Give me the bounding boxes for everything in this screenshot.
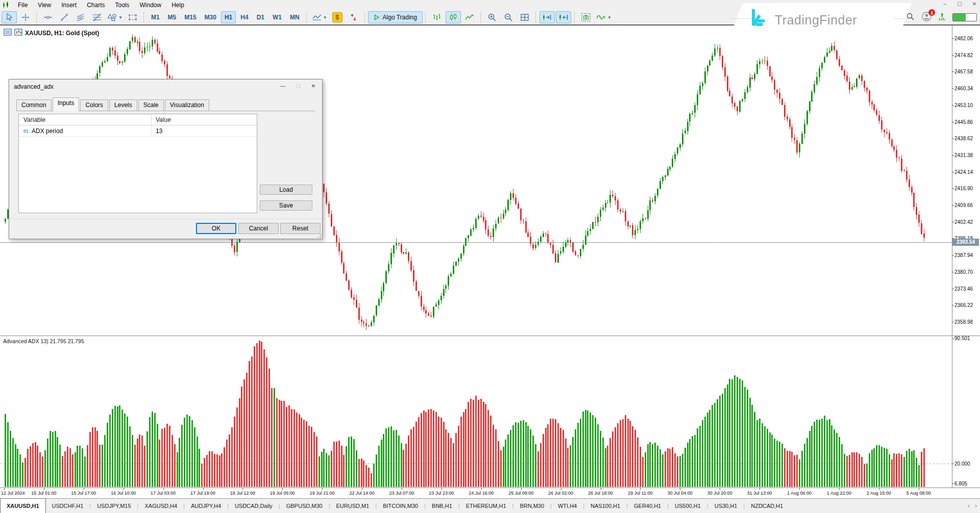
buy-sell-arrows-icon[interactable]	[346, 11, 361, 23]
window-minimize-button[interactable]: –	[941, 1, 948, 8]
chart-objects-icon[interactable]: ▼	[310, 11, 329, 23]
profile-icon[interactable]: 1	[922, 12, 932, 23]
shapes-icon[interactable]: ▼	[106, 11, 124, 23]
price-axis-label: 2445.86	[954, 119, 973, 124]
timeframe-w1[interactable]: W1	[269, 11, 285, 23]
symbol-tab-eurusd-m1[interactable]: EURUSD,M1	[330, 499, 375, 513]
time-axis-tick	[362, 488, 362, 490]
dialog-tab-visualization[interactable]: Visualization	[165, 99, 209, 111]
symbol-tab-xauusd-h1[interactable]: XAUUSD,H1	[0, 498, 46, 513]
resize-grip[interactable]	[316, 233, 321, 238]
timeframe-m1[interactable]: M1	[148, 11, 163, 23]
price-axis-tick	[952, 71, 954, 72]
cursor-icon[interactable]	[2, 11, 17, 23]
rect-select-icon[interactable]	[125, 11, 140, 23]
screenshot-icon[interactable]	[578, 11, 594, 23]
price-axis-border	[952, 25, 952, 488]
window-close-button[interactable]: ✕	[971, 1, 978, 8]
timeframe-h4[interactable]: H4	[237, 11, 252, 23]
dialog-tab-common[interactable]: Common	[16, 99, 52, 111]
timeframe-h1[interactable]: H1	[221, 11, 236, 23]
crosshair-icon[interactable]	[18, 11, 33, 23]
symbol-tab-bitcoin-m30[interactable]: BITCOIN,M30	[377, 499, 424, 513]
timeframe-m5[interactable]: M5	[164, 11, 180, 23]
search-icon[interactable]	[906, 12, 915, 22]
price-axis-tick	[952, 38, 954, 39]
adx-indicator-canvas[interactable]	[0, 336, 952, 488]
indicator-wave-icon[interactable]: ▼	[595, 11, 613, 23]
line-chart-icon[interactable]	[462, 11, 477, 23]
symbol-tab-ger40-h1[interactable]: GER40,H1	[628, 499, 667, 513]
menu-item-tools[interactable]: Tools	[110, 1, 135, 10]
ok-button[interactable]: OK	[196, 223, 236, 234]
dialog-tab-scale[interactable]: Scale	[138, 99, 164, 111]
symbol-tab-usdchf-h1[interactable]: USDCHF,H1	[46, 499, 90, 513]
table-row[interactable]: 01 ADX period 13	[19, 125, 257, 137]
dialog-maximize-button[interactable]: ▢	[290, 81, 306, 91]
timeframe-d1[interactable]: D1	[253, 11, 268, 23]
symbol-tab-bnb-h1[interactable]: BNB,H1	[426, 499, 458, 513]
symbol-tab-gbpusd-m30[interactable]: GBPUSD,M30	[280, 499, 329, 513]
bars-chart-icon[interactable]	[429, 11, 445, 23]
cancel-button[interactable]: Cancel	[238, 223, 279, 234]
symbol-tab-nas100-h1[interactable]: NAS100,H1	[584, 499, 626, 513]
symbol-tab-audjpy-h4[interactable]: AUDJPY,H4	[185, 499, 227, 513]
symbol-tab-xagusd-h4[interactable]: XAGUSD,H4	[138, 499, 183, 513]
time-axis-tick	[760, 488, 760, 490]
symbol-tab-usdjpy-m15[interactable]: USDJPY,M15	[91, 499, 137, 513]
chart-window-icon[interactable]	[14, 29, 22, 37]
time-axis-label: 1 Aug 22:00	[827, 491, 851, 496]
play-icon	[374, 14, 380, 20]
dialog-tab-levels[interactable]: Levels	[109, 99, 137, 111]
menu-item-charts[interactable]: Charts	[82, 1, 110, 10]
dollar-icon[interactable]: $	[330, 11, 345, 23]
scroll-to-end-icon[interactable]	[540, 11, 555, 23]
algo-trading-button[interactable]: Algo Trading	[368, 11, 423, 23]
dialog-close-button[interactable]: ✕	[306, 81, 321, 91]
tabs-scroll-left-icon[interactable]: ‹	[968, 502, 970, 509]
dialog-tab-colors[interactable]: Colors	[80, 99, 108, 111]
tabs-scroll-right-icon[interactable]: ›	[975, 502, 977, 509]
chart-shift-icon[interactable]	[556, 11, 571, 23]
symbol-tab-ethereum-h1[interactable]: ETHEREUM,H1	[460, 499, 512, 513]
time-axis-tick	[680, 488, 680, 490]
channel-icon[interactable]	[73, 11, 88, 23]
menu-item-view[interactable]: View	[33, 1, 56, 10]
price-axis-tick	[952, 205, 954, 206]
menu-item-file[interactable]: File	[13, 1, 33, 10]
indicator-axis-label: 20.000	[954, 460, 970, 466]
menu-item-help[interactable]: Help	[166, 1, 189, 10]
level-widget[interactable]: ⬆ LVL	[939, 13, 945, 21]
candles-chart-icon[interactable]	[446, 11, 461, 23]
variable-value[interactable]: 13	[152, 127, 162, 135]
symbol-tab-us500-h1[interactable]: US500,H1	[669, 499, 707, 513]
save-button[interactable]: Save	[260, 200, 312, 211]
timeframe-m30[interactable]: M30	[201, 11, 220, 23]
time-axis-label: 24 Jul 16:00	[469, 491, 494, 496]
time-axis-label: 31 Jul 13:00	[747, 491, 772, 496]
quotes-list-icon[interactable]	[4, 29, 12, 37]
time-axis-tick	[442, 488, 442, 490]
reset-button[interactable]: Reset	[280, 223, 321, 234]
menu-item-window[interactable]: Window	[135, 1, 167, 10]
timeframe-mn[interactable]: MN	[286, 11, 303, 23]
fibonacci-icon[interactable]	[89, 11, 105, 23]
window-maximize-button[interactable]: ▢	[956, 1, 963, 8]
zoom-out-icon[interactable]	[501, 11, 516, 23]
symbol-tab-us30-h1[interactable]: US30,H1	[708, 499, 744, 513]
indicator-separator[interactable]	[0, 336, 980, 336]
symbol-tab-nzdcad-h1[interactable]: NZDCAD,H1	[745, 499, 789, 513]
timeframe-m15[interactable]: M15	[181, 11, 200, 23]
symbol-tab-wti-h4[interactable]: WTI,H4	[552, 499, 583, 513]
trendline-icon[interactable]	[57, 11, 72, 23]
dialog-tab-inputs[interactable]: Inputs	[53, 97, 80, 111]
symbol-tab-usdcad-daily[interactable]: USDCAD,Daily	[229, 499, 279, 513]
menu-item-insert[interactable]: Insert	[56, 1, 82, 10]
load-button[interactable]: Load	[260, 185, 312, 195]
hline-tool-icon[interactable]	[40, 11, 56, 23]
zoom-in-icon[interactable]	[484, 11, 500, 23]
time-axis[interactable]: 12 Jul 202415 Jul 01:0015 Jul 17:0016 Ju…	[0, 488, 980, 499]
dialog-minimize-button[interactable]: —	[275, 81, 290, 91]
tile-windows-icon[interactable]	[517, 11, 532, 23]
symbol-tab-brn-m30[interactable]: BRN,M30	[513, 499, 550, 513]
